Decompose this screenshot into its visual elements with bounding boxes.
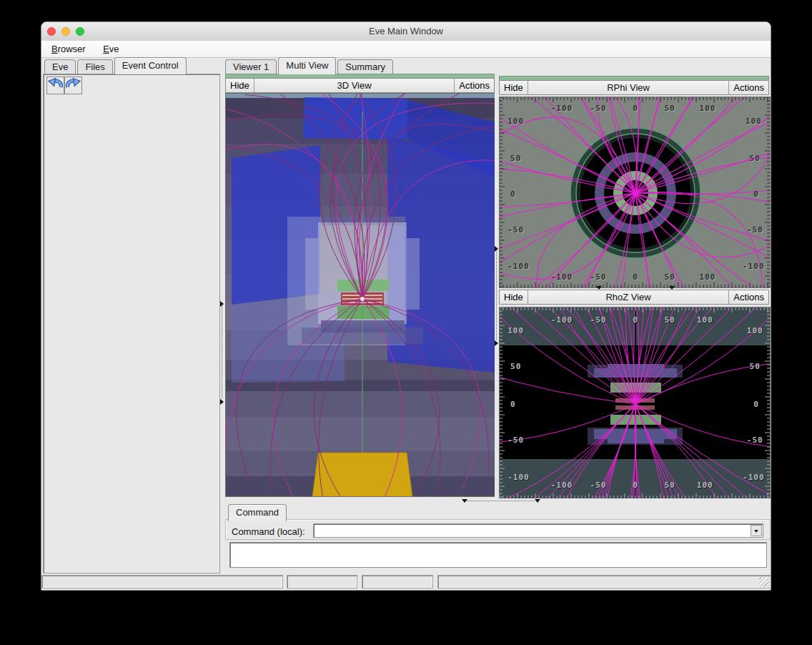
undo-arrow-icon [48, 77, 63, 92]
tab-event-control[interactable]: Event Control [114, 57, 187, 74]
3d-viewport[interactable] [225, 93, 496, 497]
command-combobox[interactable] [313, 523, 763, 538]
viewer-tab-bar: Viewer 1 Multi View Summary [225, 58, 395, 74]
pane-header-3d: Hide 3D View Actions [225, 78, 495, 93]
tab-files[interactable]: Files [77, 59, 112, 74]
eve-main-window: Eve Main Window Browser Eve Eve Files Ev… [41, 21, 771, 591]
splitter-bottom[interactable] [225, 498, 771, 504]
rphi-viewport[interactable]: -100-50050100-100-50050100100500-50-1001… [499, 97, 771, 288]
splitter-arrow-icon[interactable] [220, 301, 224, 307]
tab-summary[interactable]: Summary [337, 59, 393, 74]
resize-grip[interactable] [759, 577, 769, 587]
splitter-left[interactable] [220, 74, 224, 573]
status-segment-1 [41, 575, 283, 589]
splitter-arrow-icon[interactable] [495, 340, 498, 346]
tab-command[interactable]: Command [228, 504, 287, 521]
command-input[interactable] [315, 525, 751, 538]
pane-header-rhoz: Hide RhoZ View Actions [499, 290, 769, 305]
command-prompt-label: Command (local): [232, 526, 305, 537]
command-output-area[interactable] [229, 542, 767, 568]
actions-button-rhoz[interactable]: Actions [728, 290, 768, 304]
tab-viewer-1[interactable]: Viewer 1 [225, 59, 277, 74]
window-title: Eve Main Window [41, 26, 771, 36]
splitter-arrow-icon[interactable] [462, 499, 467, 503]
redo-button[interactable] [64, 77, 82, 94]
combo-dropdown-button[interactable] [751, 525, 762, 536]
status-segment-2 [287, 575, 357, 589]
event-control-panel [43, 74, 220, 573]
splitter-arrow-icon[interactable] [535, 499, 540, 503]
left-tab-bar: Eve Files Event Control [44, 58, 188, 74]
menu-browser[interactable]: Browser [47, 43, 90, 55]
pane-title-rhoz: RhoZ View [528, 290, 729, 304]
undo-button[interactable] [46, 77, 64, 94]
pane-title-rphi: RPhi View [528, 81, 729, 94]
actions-button-3d[interactable]: Actions [454, 79, 494, 92]
splitter-arrow-icon[interactable] [220, 399, 224, 405]
menubar: Browser Eve [41, 41, 771, 58]
actions-button-rphi[interactable]: Actions [728, 81, 768, 94]
redo-arrow-icon [66, 77, 81, 92]
pane-title-3d: 3D View [254, 79, 455, 92]
titlebar[interactable]: Eve Main Window [41, 22, 771, 41]
hide-button-3d[interactable]: Hide [226, 79, 254, 92]
tab-multi-view[interactable]: Multi View [278, 57, 336, 74]
pane-header-rphi: Hide RPhi View Actions [499, 80, 769, 95]
status-segment-4 [437, 575, 771, 589]
splitter-arrow-icon[interactable] [495, 246, 498, 252]
splitter-arrow-icon[interactable] [596, 286, 602, 290]
rhoz-viewport[interactable]: -100-50050100-100-50050100100500-50-1001… [499, 307, 771, 499]
splitter-rphi-rhoz[interactable] [499, 286, 769, 290]
hide-button-rphi[interactable]: Hide [500, 81, 528, 94]
status-segment-3 [362, 575, 433, 589]
hide-button-rhoz[interactable]: Hide [500, 290, 528, 304]
tab-eve[interactable]: Eve [44, 59, 76, 74]
menu-eve[interactable]: Eve [99, 43, 123, 55]
splitter-arrow-icon[interactable] [669, 286, 675, 290]
